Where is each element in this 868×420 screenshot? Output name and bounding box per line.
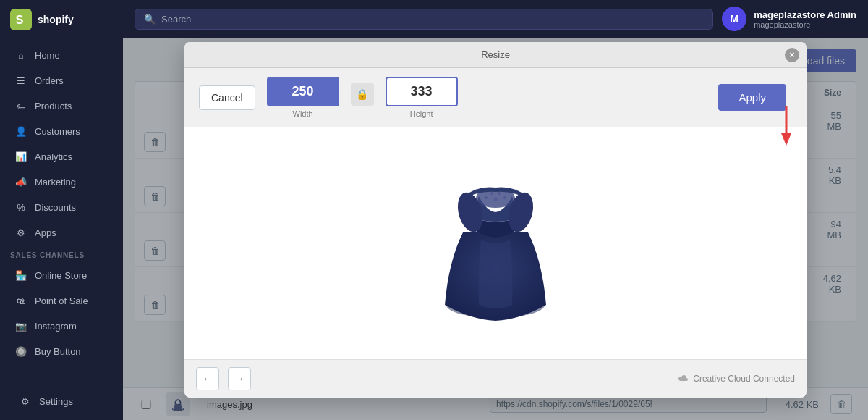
cancel-button[interactable]: Cancel — [199, 85, 255, 110]
resize-modal: Resize × Cancel Width 🔒 Height — [184, 42, 807, 398]
back-button[interactable]: ← — [196, 367, 219, 390]
sidebar-item-home-label: Home — [35, 50, 60, 61]
customers-icon: 👤 — [14, 125, 27, 138]
modal-close-button[interactable]: × — [785, 48, 799, 62]
sidebar-item-customers[interactable]: 👤 Customers — [4, 119, 119, 143]
svg-point-9 — [490, 192, 493, 195]
sidebar-item-analytics[interactable]: 📊 Analytics — [4, 144, 119, 169]
orders-icon: ☰ — [14, 74, 27, 87]
modal-footer: ← → Creative Cloud Connected — [184, 359, 807, 398]
sidebar-item-home[interactable]: ⌂ Home — [4, 43, 119, 67]
user-info: mageplazastore Admin mageplazastore — [754, 9, 856, 29]
sidebar: S shopify ⌂ Home ☰ Orders 🏷 Products 👤 C… — [0, 0, 123, 420]
user-name: mageplazastore Admin — [754, 9, 856, 20]
modal-title: Resize — [481, 49, 510, 60]
sidebar-item-customers-label: Customers — [35, 126, 80, 137]
sidebar-item-products[interactable]: 🏷 Products — [4, 93, 119, 118]
svg-marker-3 — [781, 133, 791, 146]
search-icon: 🔍 — [144, 14, 156, 25]
pos-icon: 🛍 — [14, 294, 27, 307]
instagram-icon: 📷 — [14, 319, 27, 332]
sidebar-item-settings[interactable]: ⚙ Settings — [9, 389, 114, 413]
red-arrow-icon — [775, 106, 797, 149]
user-area: M mageplazastore Admin mageplazastore — [722, 7, 856, 31]
main-nav: ⌂ Home ☰ Orders 🏷 Products 👤 Customers 📊… — [0, 39, 123, 382]
sidebar-item-buy-button[interactable]: 🔘 Buy Button — [4, 339, 119, 364]
products-icon: 🏷 — [14, 99, 27, 112]
width-input[interactable] — [267, 77, 339, 106]
height-label: Height — [410, 109, 433, 118]
shopify-logo-icon: S — [10, 9, 32, 30]
sidebar-item-marketing[interactable]: 📣 Marketing — [4, 169, 119, 194]
home-icon: ⌂ — [14, 49, 27, 62]
svg-point-11 — [503, 196, 506, 199]
store-icon: 🏪 — [14, 269, 27, 282]
content-area: Upload files Size 55 MB 🗑 5.4 KB 🗑 — [123, 38, 868, 420]
svg-point-8 — [485, 196, 488, 199]
marketing-icon: 📣 — [14, 175, 27, 188]
forward-button[interactable]: → — [228, 367, 251, 390]
sidebar-item-pos-label: Point of Sale — [35, 295, 88, 306]
sidebar-item-online-store-label: Online Store — [35, 270, 87, 281]
lock-icon-wrapper: 🔒 — [351, 83, 374, 106]
topbar: 🔍 Search M mageplazastore Admin mageplaz… — [123, 0, 868, 38]
sidebar-item-settings-label: Settings — [39, 396, 73, 407]
apps-icon: ⚙ — [14, 226, 27, 239]
sales-channels-section-label: SALES CHANNELS — [0, 245, 123, 262]
sidebar-item-discounts[interactable]: % Discounts — [4, 195, 119, 219]
search-placeholder: Search — [161, 14, 191, 25]
avatar: M — [722, 7, 746, 31]
height-group: Height — [386, 77, 458, 118]
sidebar-item-discounts-label: Discounts — [35, 202, 76, 213]
main-content: 🔍 Search M mageplazastore Admin mageplaz… — [123, 0, 868, 420]
sidebar-item-instagram[interactable]: 📷 Instagram — [4, 314, 119, 338]
dress-image — [434, 160, 557, 327]
buy-button-icon: 🔘 — [14, 345, 27, 358]
dress-preview-icon — [434, 160, 557, 327]
sidebar-item-point-of-sale[interactable]: 🛍 Point of Sale — [4, 288, 119, 313]
svg-text:S: S — [16, 13, 24, 26]
sidebar-item-marketing-label: Marketing — [35, 177, 76, 188]
svg-point-12 — [494, 198, 498, 201]
modal-overlay: Resize × Cancel Width 🔒 Height — [123, 38, 868, 420]
sidebar-footer: ⚙ Settings — [0, 382, 123, 420]
sidebar-item-apps-label: Apps — [35, 227, 56, 238]
sidebar-item-apps[interactable]: ⚙ Apps — [4, 220, 119, 245]
modal-toolbar: Cancel Width 🔒 Height — [184, 68, 807, 127]
cloud-connected-text: Creative Cloud Connected — [677, 374, 795, 384]
modal-body — [184, 127, 807, 359]
discounts-icon: % — [14, 201, 27, 214]
cloud-icon — [677, 374, 689, 383]
sidebar-item-instagram-label: Instagram — [35, 321, 77, 332]
sidebar-item-buy-button-label: Buy Button — [35, 346, 81, 357]
height-input[interactable] — [386, 77, 458, 106]
search-bar[interactable]: 🔍 Search — [135, 9, 713, 30]
sidebar-item-orders[interactable]: ☰ Orders — [4, 68, 119, 93]
sidebar-header: S shopify — [0, 0, 123, 39]
sidebar-item-online-store[interactable]: 🏪 Online Store — [4, 263, 119, 287]
width-label: Width — [293, 109, 313, 118]
width-group: Width — [267, 77, 339, 118]
analytics-icon: 📊 — [14, 150, 27, 163]
sidebar-item-orders-label: Orders — [35, 75, 64, 86]
modal-header: Resize × — [184, 42, 807, 68]
lock-icon: 🔒 — [356, 88, 368, 100]
settings-icon: ⚙ — [19, 395, 32, 408]
sidebar-item-products-label: Products — [35, 101, 72, 112]
cloud-text-label: Creative Cloud Connected — [693, 374, 795, 384]
sidebar-item-analytics-label: Analytics — [35, 151, 72, 162]
user-store: mageplazastore — [754, 20, 856, 29]
brand-name: shopify — [38, 14, 74, 25]
svg-point-10 — [498, 192, 501, 195]
